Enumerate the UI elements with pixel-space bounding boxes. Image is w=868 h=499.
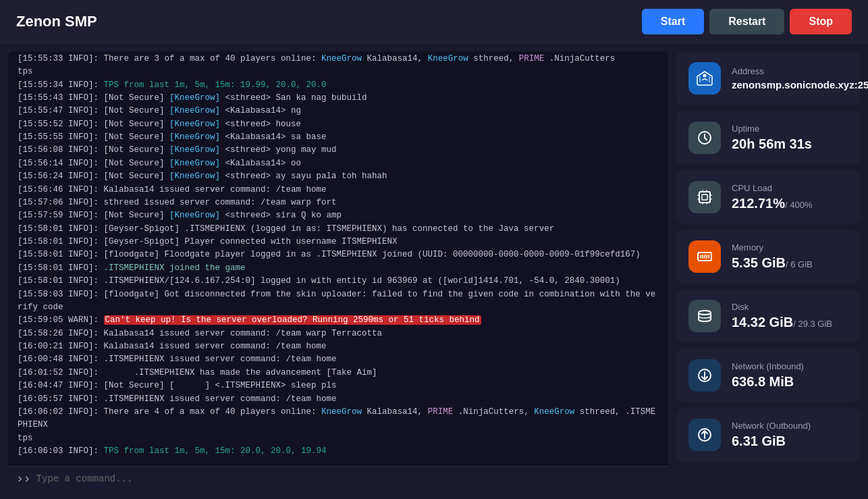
console-panel: [15:52:07 INFO]: [Not Secure] [KneeGrow]… <box>8 51 668 491</box>
log-line: [15:59:05 WARN]: Can't keep up! Is the s… <box>18 314 659 327</box>
cpu-info: CPU Load 212.71%/ 400% <box>732 183 848 211</box>
log-line: [15:56:14 INFO]: [Not Secure] [KneeGrow]… <box>18 157 659 170</box>
uptime-value: 20h 56m 31s <box>732 136 848 152</box>
console-output[interactable]: [15:52:07 INFO]: [Not Secure] [KneeGrow]… <box>8 51 668 466</box>
network-in-info: Network (Inbound) 636.8 MiB <box>732 361 848 390</box>
log-line: [15:57:59 INFO]: [Not Secure] [KneeGrow]… <box>18 209 659 222</box>
stats-panel: Address zenonsmp.sonicnode.xyz:25568 Upt… <box>672 43 868 499</box>
log-line: [15:56:24 INFO]: [Not Secure] [KneeGrow]… <box>18 170 659 183</box>
cpu-label: CPU Load <box>732 183 848 193</box>
disk-value: 14.32 GiB/ 29.3 GiB <box>732 315 848 330</box>
cpu-value: 212.71%/ 400% <box>732 196 848 211</box>
stat-card-memory: Memory 5.35 GiB/ 6 GiB <box>676 230 860 284</box>
log-line: [15:58:01 INFO]: .ITSMEPHIENX joined the… <box>18 262 659 275</box>
uptime-icon <box>688 122 721 154</box>
log-line: tps <box>18 432 659 445</box>
svg-rect-5 <box>699 255 710 259</box>
stat-card-uptime: Uptime 20h 56m 31s <box>676 111 860 165</box>
uptime-info: Uptime 20h 56m 31s <box>732 124 848 152</box>
address-info: Address zenonsmp.sonicnode.xyz:25568 <box>732 66 868 90</box>
disk-info: Disk 14.32 GiB/ 29.3 GiB <box>732 302 848 330</box>
uptime-label: Uptime <box>732 124 848 134</box>
log-line: tps <box>18 65 659 78</box>
log-line: [16:05:57 INFO]: .ITSMEPHIENX issued ser… <box>18 393 659 406</box>
log-line: [16:00:48 INFO]: .ITSMEPHIENX issued ser… <box>18 353 659 366</box>
memory-label: Memory <box>732 242 848 253</box>
memory-value: 5.35 GiB/ 6 GiB <box>732 255 848 271</box>
stat-card-disk: Disk 14.32 GiB/ 29.3 GiB <box>676 289 860 343</box>
disk-icon <box>688 300 721 332</box>
network-in-value: 636.8 MiB <box>732 374 848 390</box>
header-buttons: Start Restart Stop <box>642 9 852 34</box>
address-icon <box>688 62 721 95</box>
log-line: [16:06:03 INFO]: TPS from last 1m, 5m, 1… <box>18 445 659 458</box>
stat-card-cpu: CPU Load 212.71%/ 400% <box>676 170 860 224</box>
console-input[interactable] <box>36 473 660 484</box>
network-out-info: Network (Outbound) 6.31 GiB <box>732 421 848 449</box>
log-line: [15:56:08 INFO]: [Not Secure] [KneeGrow]… <box>18 144 659 157</box>
header: Zenon SMP Start Restart Stop <box>0 0 868 43</box>
memory-icon <box>688 240 721 273</box>
log-line: [15:55:55 INFO]: [Not Secure] [KneeGrow]… <box>18 131 659 144</box>
svg-rect-3 <box>702 194 707 200</box>
log-line: [15:58:03 INFO]: [floodgate] Got disconn… <box>18 288 659 315</box>
log-line: [15:55:34 INFO]: TPS from last 1m, 5m, 1… <box>18 79 659 92</box>
svg-point-6 <box>699 311 711 315</box>
stat-card-address: Address zenonsmp.sonicnode.xyz:25568 <box>676 51 860 105</box>
stop-button[interactable]: Stop <box>790 9 852 34</box>
svg-rect-2 <box>699 192 710 203</box>
network-in-label: Network (Inbound) <box>732 361 848 371</box>
log-line: [15:55:33 INFO]: There are 3 of a max of… <box>18 53 659 65</box>
network-in-icon <box>688 359 721 392</box>
log-line: [15:58:26 INFO]: Kalabasa14 issued serve… <box>18 327 659 340</box>
log-line: [16:04:47 INFO]: [Not Secure] [ ] <.ITSM… <box>18 379 659 392</box>
console-input-row: ›› <box>8 466 668 491</box>
log-line: [15:55:52 INFO]: [Not Secure] [KneeGrow]… <box>18 118 659 131</box>
main-content: [15:52:07 INFO]: [Not Secure] [KneeGrow]… <box>0 43 868 499</box>
stat-card-network-out: Network (Outbound) 6.31 GiB <box>676 408 860 462</box>
network-out-label: Network (Outbound) <box>732 421 848 431</box>
log-line: [15:55:43 INFO]: [Not Secure] [KneeGrow]… <box>18 92 659 105</box>
svg-point-0 <box>703 74 707 78</box>
log-line: [15:57:06 INFO]: sthreed issued server c… <box>18 196 659 209</box>
log-line: [15:56:46 INFO]: Kalabasa14 issued serve… <box>18 184 659 196</box>
page-title: Zenon SMP <box>16 13 97 30</box>
address-label: Address <box>732 66 868 76</box>
network-out-value: 6.31 GiB <box>732 434 848 449</box>
log-line: [15:58:01 INFO]: [Geyser-Spigot] .ITSMEP… <box>18 223 659 236</box>
log-line: [16:00:21 INFO]: Kalabasa14 issued serve… <box>18 340 659 353</box>
memory-info: Memory 5.35 GiB/ 6 GiB <box>732 242 848 271</box>
log-line: [16:06:02 INFO]: There are 4 of a max of… <box>18 406 659 432</box>
stat-card-network-in: Network (Inbound) 636.8 MiB <box>676 348 860 402</box>
log-line: [15:58:01 INFO]: [floodgate] Floodgate p… <box>18 248 659 261</box>
disk-label: Disk <box>732 302 848 312</box>
log-line: [15:58:01 INFO]: [Geyser-Spigot] Player … <box>18 236 659 248</box>
start-button[interactable]: Start <box>642 9 704 34</box>
log-line: [15:58:01 INFO]: .ITSMEPHIENX/[124.6.167… <box>18 275 659 288</box>
log-line: [16:01:52 INFO]: .ITSMEPHIENX has made t… <box>18 367 659 379</box>
restart-button[interactable]: Restart <box>709 9 784 34</box>
network-out-icon <box>688 419 721 451</box>
cpu-icon <box>688 181 721 213</box>
address-value: zenonsmp.sonicnode.xyz:25568 <box>732 79 868 90</box>
prompt-icon: ›› <box>16 472 31 485</box>
log-line: [15:55:47 INFO]: [Not Secure] [KneeGrow]… <box>18 105 659 117</box>
